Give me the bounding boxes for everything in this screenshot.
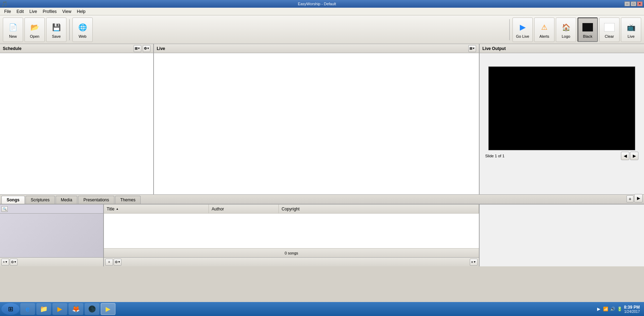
- web-button[interactable]: 🌐 Web: [72, 17, 93, 42]
- taskbar-start-button[interactable]: ⊞: [1, 303, 20, 315]
- bottom-right-panel: [480, 204, 644, 266]
- schedule-settings-arrow: ▼: [147, 47, 150, 50]
- go-live-icon: ▶: [516, 21, 529, 34]
- main-layout: Schedule ⊞ ▼ ⚙ ▼ Live ⊞ ▼ Live Output: [0, 44, 644, 194]
- add-song-button[interactable]: + ▼: [1, 259, 9, 266]
- menu-item-view[interactable]: View: [59, 8, 74, 15]
- col-header-author[interactable]: Author: [209, 204, 279, 213]
- menu-bar: FileEditLiveProfilesViewHelp: [0, 8, 644, 15]
- go-live-button[interactable]: ▶ Go Live: [512, 17, 533, 42]
- slide-info: Slide 1 of 1 ◀ ▶: [482, 150, 641, 161]
- list-view-arrow: ▼: [473, 260, 476, 264]
- firefox-icon: 🦊: [72, 305, 80, 313]
- taskbar-explorer[interactable]: 📁: [36, 303, 51, 315]
- schedule-settings-button[interactable]: ⚙ ▼: [143, 45, 150, 52]
- song-table-content: [104, 214, 479, 248]
- song-count-text: 0 songs: [285, 251, 298, 255]
- song-list-search-button[interactable]: 🔍: [1, 206, 8, 212]
- next-slide-button[interactable]: ▶: [630, 152, 638, 160]
- alerts-button[interactable]: ⚠ Alerts: [534, 17, 554, 42]
- menu-item-live[interactable]: Live: [27, 8, 40, 15]
- col-title-label: Title: [107, 207, 114, 211]
- menu-item-profiles[interactable]: Profiles: [40, 8, 59, 15]
- live-view-button[interactable]: ⊞ ▼: [468, 45, 476, 52]
- wmp-icon: ▶: [57, 305, 62, 313]
- song-list-left-content: [0, 214, 103, 257]
- taskbar-time[interactable]: 8:39 PM 1/24/2017: [624, 305, 640, 314]
- menu-item-edit[interactable]: Edit: [14, 8, 27, 15]
- black-button[interactable]: Black: [578, 17, 598, 42]
- tab-themes[interactable]: Themes: [115, 196, 141, 204]
- taskbar-date-text: 1/24/2017: [624, 310, 640, 314]
- add-song-table-icon: +: [108, 260, 110, 264]
- schedule-view-button[interactable]: ⊞ ▼: [134, 45, 141, 52]
- go-live-label: Go Live: [516, 34, 529, 38]
- sys-icon-volume[interactable]: 🔊: [610, 306, 616, 312]
- toolbar-separator-2: [509, 19, 510, 40]
- schedule-settings-icon: ⚙: [144, 46, 147, 50]
- clear-label: Clear: [605, 34, 614, 38]
- song-settings-arrow: ▼: [14, 260, 17, 264]
- list-view-button[interactable]: ≡ ▼: [470, 259, 477, 266]
- menu-item-file[interactable]: File: [1, 8, 14, 15]
- taskbar-ie[interactable]: e: [20, 303, 35, 315]
- live-output-title: Live Output: [482, 46, 506, 51]
- title-text: EasyWorship - Default: [298, 2, 336, 6]
- logo-button[interactable]: 🏠 Logo: [556, 17, 576, 42]
- taskbar: ⊞ e 📁 ▶ 🦊 🌑 ▶ ▶ 📶 🔊 🔋 8:39 PM 1/24/2017: [0, 302, 644, 316]
- song-count: 0 songs: [104, 248, 479, 257]
- tab-scriptures[interactable]: Scriptures: [26, 196, 55, 204]
- open-button[interactable]: 📂 Open: [24, 17, 45, 42]
- live-toolbar-label: Live: [628, 34, 635, 38]
- tab-presentations[interactable]: Presentations: [78, 196, 114, 204]
- live-content: [154, 53, 479, 194]
- taskbar-wmp[interactable]: ▶: [52, 303, 67, 315]
- close-button[interactable]: ✕: [637, 1, 643, 6]
- chrome-icon: 🌑: [88, 305, 96, 313]
- live-title: Live: [157, 46, 467, 51]
- menu-item-help[interactable]: Help: [74, 8, 89, 15]
- live-output-content: Slide 1 of 1 ◀ ▶: [480, 53, 644, 194]
- live-output-header: Live Output: [480, 44, 644, 53]
- taskbar-firefox[interactable]: 🦊: [69, 303, 83, 315]
- col-header-title[interactable]: Title ▲: [104, 204, 209, 213]
- add-song-table-button[interactable]: +: [105, 259, 113, 266]
- explorer-icon: 📁: [40, 305, 48, 313]
- sys-icon-network[interactable]: 📶: [603, 306, 609, 312]
- live-toolbar-button[interactable]: 📺 Live: [621, 17, 641, 42]
- svg-rect-1: [604, 23, 615, 31]
- live-panel: Live ⊞ ▼: [154, 44, 480, 194]
- title-bar: 🎵 EasyWorship - Default ─ □ ✕: [0, 0, 644, 8]
- tab-media[interactable]: Media: [56, 196, 78, 204]
- new-button[interactable]: 📄 New: [3, 17, 23, 42]
- bottom-toolbar-left: + ▼ ⚙ ▼: [0, 257, 103, 266]
- alerts-icon: ⚠: [538, 21, 551, 34]
- taskbar-chrome[interactable]: 🌑: [85, 303, 99, 315]
- clear-button[interactable]: Clear: [599, 17, 620, 42]
- prev-slide-button[interactable]: ◀: [621, 152, 629, 160]
- live-toolbar-icon: 📺: [625, 21, 637, 34]
- svg-rect-0: [582, 23, 593, 31]
- tab-songs[interactable]: Songs: [1, 196, 25, 204]
- black-label: Black: [583, 34, 593, 38]
- sys-icon-1[interactable]: ▶: [596, 306, 602, 312]
- web-label: Web: [79, 34, 86, 38]
- taskbar-right: ▶ 📶 🔊 🔋 8:39 PM 1/24/2017: [596, 305, 643, 314]
- col-copyright-label: Copyright: [282, 207, 299, 211]
- add-tab-button[interactable]: +: [627, 195, 634, 202]
- table-settings-button[interactable]: ⚙ ▼: [114, 259, 121, 266]
- logo-icon: 🏠: [560, 21, 572, 34]
- col-header-copyright[interactable]: Copyright: [279, 204, 479, 213]
- open-label: Open: [30, 34, 40, 38]
- schedule-panel: Schedule ⊞ ▼ ⚙ ▼: [0, 44, 154, 194]
- save-button[interactable]: 💾 Save: [46, 17, 66, 42]
- song-list-left-header: 🔍: [0, 204, 103, 214]
- taskbar-easyworship[interactable]: ▶: [101, 303, 115, 315]
- restore-button[interactable]: □: [631, 1, 636, 6]
- tab-nav-button[interactable]: ▶: [634, 194, 643, 202]
- minimize-button[interactable]: ─: [624, 1, 630, 6]
- add-song-arrow: ▼: [5, 260, 8, 264]
- song-list-left: 🔍 + ▼ ⚙ ▼: [0, 204, 104, 266]
- sys-icon-battery[interactable]: 🔋: [617, 306, 623, 312]
- song-settings-button[interactable]: ⚙ ▼: [10, 259, 17, 266]
